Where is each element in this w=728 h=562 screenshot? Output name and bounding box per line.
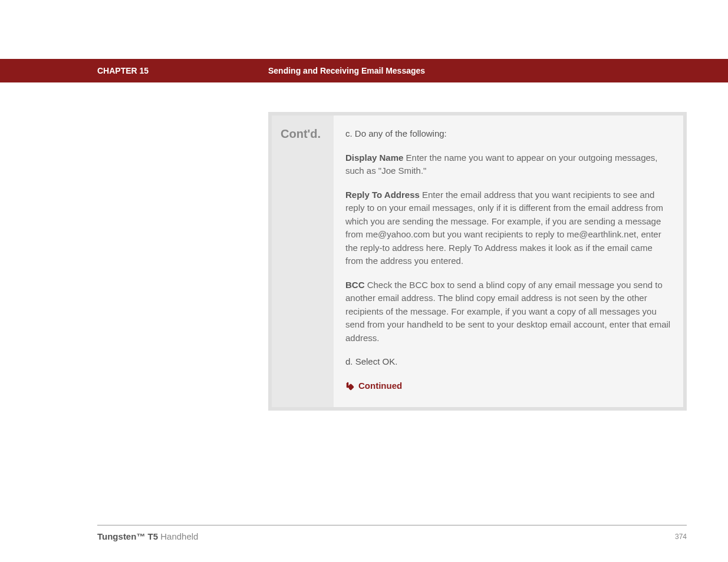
display-name-label: Display Name xyxy=(345,153,403,163)
instruction-box: Cont'd. c. Do any of the following: Disp… xyxy=(268,112,687,411)
instruction-item-c: c. Do any of the following: xyxy=(345,127,671,141)
bcc-text: Check the BCC box to send a blind copy o… xyxy=(345,280,670,343)
footer-product-bold: Tungsten™ T5 xyxy=(97,531,158,541)
chapter-number: CHAPTER 15 xyxy=(97,66,268,75)
page-footer: Tungsten™ T5 Handheld 374 xyxy=(97,525,687,541)
content-column: c. Do any of the following: Display Name… xyxy=(334,115,683,407)
instruction-item-d: d. Select OK. xyxy=(345,355,671,369)
continued-text: Continued xyxy=(358,379,402,393)
reply-to-paragraph: Reply To Address Enter the email address… xyxy=(345,189,671,268)
display-name-paragraph: Display Name Enter the name you want to … xyxy=(345,151,671,178)
footer-product: Tungsten™ T5 Handheld xyxy=(97,531,198,541)
footer-page-number: 374 xyxy=(675,533,687,541)
reply-to-text: Enter the email address that you want re… xyxy=(345,190,663,266)
step-column: Cont'd. xyxy=(272,115,334,407)
bcc-paragraph: BCC Check the BCC box to send a blind co… xyxy=(345,279,671,345)
chapter-header: CHAPTER 15 Sending and Receiving Email M… xyxy=(0,59,728,82)
continued-row: Continued xyxy=(345,379,671,393)
reply-to-label: Reply To Address xyxy=(345,190,420,200)
continued-arrow-icon xyxy=(345,381,355,391)
bcc-label: BCC xyxy=(345,280,365,290)
step-label: Cont'd. xyxy=(281,127,325,141)
footer-product-rest: Handheld xyxy=(158,531,198,541)
section-title: Sending and Receiving Email Messages xyxy=(268,66,425,75)
